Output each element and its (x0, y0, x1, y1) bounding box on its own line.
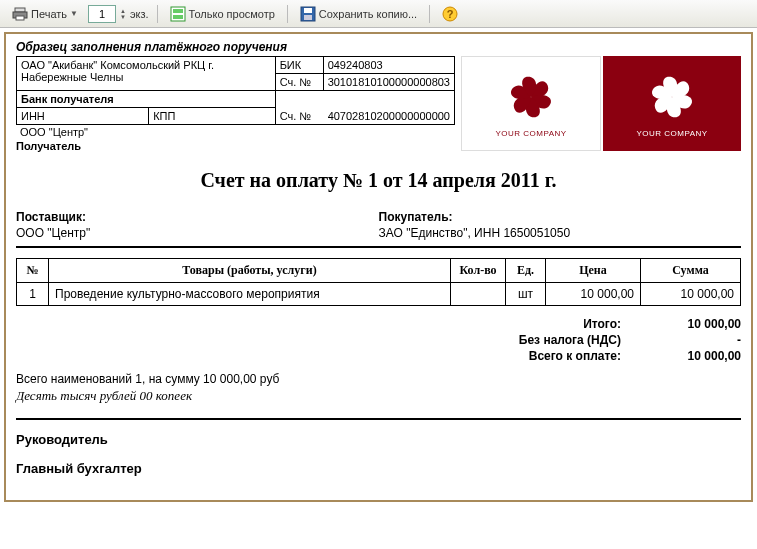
col-num: № (17, 259, 49, 283)
col-price: Цена (546, 259, 641, 283)
help-icon: ? (442, 6, 458, 22)
supplier-column: Поставщик: ООО "Центр" (16, 210, 379, 240)
toolbar-separator (429, 5, 430, 23)
bank-name-cell: ОАО "Акибанк" Комсомольский РКЦ г. Набер… (17, 57, 276, 91)
recipient-label: Получатель (16, 139, 455, 153)
buyer-label: Покупатель: (379, 210, 742, 224)
supplier-value: ООО "Центр" (16, 226, 379, 240)
buyer-value: ЗАО "Единство", ИНН 1650051050 (379, 226, 742, 240)
payer-acct-label: Сч. № (280, 110, 328, 122)
tax-value: - (651, 333, 741, 347)
help-button[interactable]: ? (436, 3, 464, 25)
logo-text-left: YOUR COMPANY (495, 129, 566, 138)
toolbar-separator (287, 5, 288, 23)
bank-table: ОАО "Акибанк" Комсомольский РКЦ г. Набер… (16, 56, 455, 125)
grand-value: 10 000,00 (651, 349, 741, 363)
toolbar: Печать ▼ ▲▼ экз. Только просмотр Сохрани… (0, 0, 757, 28)
logo-text-right: YOUR COMPANY (636, 129, 707, 138)
print-button[interactable]: Печать ▼ (6, 3, 84, 25)
svg-rect-4 (173, 9, 183, 13)
item-desc: Проведение культурно-массового мероприят… (49, 283, 451, 306)
header-block: ОАО "Акибанк" Комсомольский РКЦ г. Набер… (16, 56, 741, 153)
col-sum: Сумма (641, 259, 741, 283)
logo-right: YOUR COMPANY (603, 56, 741, 151)
tax-label: Без налога (НДС) (501, 333, 651, 347)
sample-caption: Образец заполнения платёжного поручения (16, 40, 741, 54)
recipient-name: ООО "Центр" (16, 125, 455, 139)
printer-icon (12, 6, 28, 22)
director-label: Руководитель (16, 432, 741, 447)
save-copy-label: Сохранить копию... (319, 8, 417, 20)
recipient-block: ООО "Центр" Получатель (16, 125, 455, 153)
bank-details: ОАО "Акибанк" Комсомольский РКЦ г. Набер… (16, 56, 455, 153)
document-page: Образец заполнения платёжного поручения … (4, 32, 753, 502)
item-unit: шт (506, 283, 546, 306)
preview-icon (170, 6, 186, 22)
items-header-row: № Товары (работы, услуги) Кол-во Ед. Цен… (17, 259, 741, 283)
items-table: № Товары (работы, услуги) Кол-во Ед. Цен… (16, 258, 741, 306)
document-title: Счет на оплату № 1 от 14 апреля 2011 г. (16, 169, 741, 192)
grand-label: Всего к оплате: (501, 349, 651, 363)
subtotal-label: Итого: (501, 317, 651, 331)
logo-left: YOUR COMPANY (461, 56, 601, 151)
bik-value: 049240803 (323, 57, 454, 74)
spinner-icon[interactable]: ▲▼ (120, 8, 126, 20)
totals-block: Итого: 10 000,00 Без налога (НДС) - Всег… (16, 316, 741, 364)
logo-block: YOUR COMPANY YOUR COMPANY (461, 56, 741, 153)
col-unit: Ед. (506, 259, 546, 283)
print-label: Печать (31, 8, 67, 20)
flower-icon (644, 69, 700, 125)
flower-icon (503, 69, 559, 125)
divider (16, 246, 741, 248)
supplier-label: Поставщик: (16, 210, 379, 224)
copies-input[interactable] (88, 5, 116, 23)
bank-recipient-label: Банк получателя (17, 91, 276, 108)
inn-cell: ИНН (17, 108, 149, 125)
subtotal-value: 10 000,00 (651, 317, 741, 331)
payer-acct-value: 40702810200000000000 (328, 110, 450, 122)
table-row: 1 Проведение культурно-массового меропри… (17, 283, 741, 306)
dropdown-icon: ▼ (70, 9, 78, 18)
svg-text:?: ? (447, 8, 454, 20)
summary-line: Всего наименований 1, на сумму 10 000,00… (16, 372, 741, 386)
svg-rect-8 (304, 15, 312, 20)
save-copy-button[interactable]: Сохранить копию... (294, 3, 423, 25)
bik-label: БИК (275, 57, 323, 74)
accountant-label: Главный бухгалтер (16, 461, 741, 476)
item-sum: 10 000,00 (641, 283, 741, 306)
svg-rect-7 (304, 8, 312, 13)
kpp-cell: КПП (149, 108, 275, 125)
item-qty (451, 283, 506, 306)
preview-only-label: Только просмотр (189, 8, 275, 20)
toolbar-separator (157, 5, 158, 23)
parties-block: Поставщик: ООО "Центр" Покупатель: ЗАО "… (16, 210, 741, 240)
preview-only-button[interactable]: Только просмотр (164, 3, 281, 25)
copies-suffix: экз. (130, 8, 149, 20)
item-num: 1 (17, 283, 49, 306)
buyer-column: Покупатель: ЗАО "Единство", ИНН 16500510… (379, 210, 742, 240)
col-desc: Товары (работы, услуги) (49, 259, 451, 283)
item-price: 10 000,00 (546, 283, 641, 306)
divider (16, 418, 741, 420)
svg-rect-0 (15, 8, 25, 12)
amount-in-words: Десять тысяч рублей 00 копеек (16, 388, 741, 404)
svg-rect-2 (16, 16, 24, 20)
save-icon (300, 6, 316, 22)
col-qty: Кол-во (451, 259, 506, 283)
bank-acct-value: 30101810100000000803 (323, 74, 454, 91)
bank-acct-label: Сч. № (275, 74, 323, 91)
svg-rect-5 (173, 15, 183, 19)
